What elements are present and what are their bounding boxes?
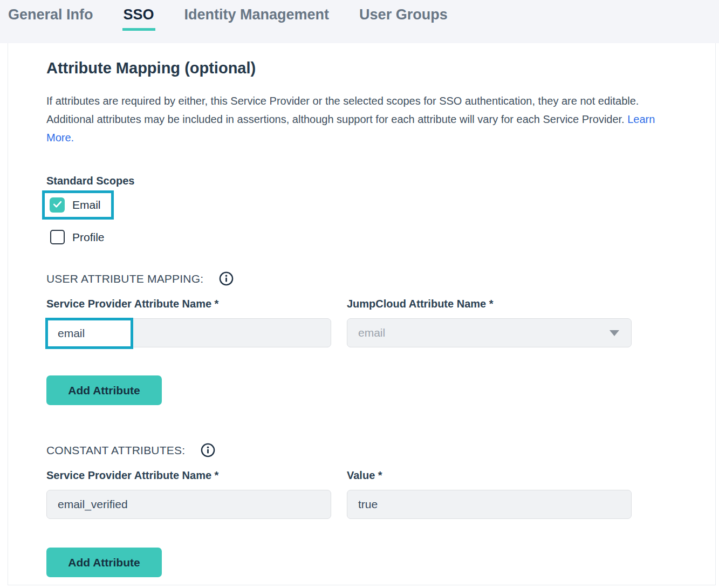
sso-settings-panel: Attribute Mapping (optional) If attribut… (8, 43, 716, 585)
sp-attribute-annotation-highlight: email (45, 318, 133, 349)
constant-attributes-fields: Service Provider Attribute Name * email_… (46, 469, 715, 519)
email-scope-row: Email (46, 190, 715, 221)
user-attribute-mapping-section-header: USER ATTRIBUTE MAPPING: (46, 271, 715, 286)
description-text: If attributes are required by either, th… (46, 92, 672, 147)
profile-checkbox-label[interactable]: Profile (72, 231, 105, 244)
standard-scopes-label: Standard Scopes (46, 175, 715, 187)
jc-attribute-column: JumpCloud Attribute Name * email (347, 298, 632, 347)
jumpcloud-attribute-value: email (358, 326, 385, 339)
constant-attributes-heading: CONSTANT ATTRIBUTES: (46, 444, 185, 457)
sp-attribute-name-input[interactable]: email (46, 318, 331, 347)
tab-bar: General Info SSO Identity Management Use… (0, 0, 719, 31)
tab-user-groups[interactable]: User Groups (358, 6, 449, 28)
constant-sp-attribute-name-input[interactable]: email_verified (46, 490, 331, 519)
profile-scope-row: Profile (46, 230, 715, 244)
email-checkbox-annotation-highlight: Email (42, 190, 114, 220)
info-icon[interactable] (219, 271, 234, 286)
checkmark-icon (52, 199, 63, 211)
user-attribute-mapping-fields: Service Provider Attribute Name * email … (46, 298, 715, 347)
chevron-down-icon (610, 330, 619, 336)
page-title: Attribute Mapping (optional) (46, 59, 715, 77)
user-attribute-mapping-heading: USER ATTRIBUTE MAPPING: (46, 272, 203, 285)
constant-sp-attribute-column: Service Provider Attribute Name * email_… (46, 469, 331, 519)
constant-sp-attribute-value: email_verified (58, 498, 128, 511)
tab-bar-background: General Info SSO Identity Management Use… (0, 0, 719, 43)
description-body: If attributes are required by either, th… (46, 95, 639, 125)
constant-value-value: true (358, 498, 378, 511)
constant-attributes-section-header: CONSTANT ATTRIBUTES: (46, 443, 715, 457)
constant-value-column: Value * true (347, 469, 632, 519)
tab-sso[interactable]: SSO (122, 6, 155, 31)
sp-attribute-name-label: Service Provider Attribute Name * (46, 298, 331, 310)
tab-identity-management[interactable]: Identity Management (183, 6, 331, 28)
add-attribute-button-user-mapping[interactable]: Add Attribute (46, 375, 162, 405)
constant-value-label: Value * (347, 469, 632, 482)
add-attribute-button-constant[interactable]: Add Attribute (46, 548, 162, 577)
sp-attribute-name-value: email (58, 327, 85, 340)
constant-value-input[interactable]: true (347, 490, 632, 519)
sp-attribute-column: Service Provider Attribute Name * email (46, 298, 331, 347)
constant-sp-attribute-name-label: Service Provider Attribute Name * (46, 469, 331, 482)
email-checkbox-label[interactable]: Email (72, 199, 101, 211)
profile-checkbox[interactable] (50, 230, 65, 244)
email-checkbox[interactable] (50, 197, 65, 213)
info-icon[interactable] (201, 443, 215, 457)
jumpcloud-attribute-name-label: JumpCloud Attribute Name * (347, 298, 632, 310)
tab-general-info[interactable]: General Info (7, 6, 94, 28)
jumpcloud-attribute-select[interactable]: email (347, 318, 632, 347)
